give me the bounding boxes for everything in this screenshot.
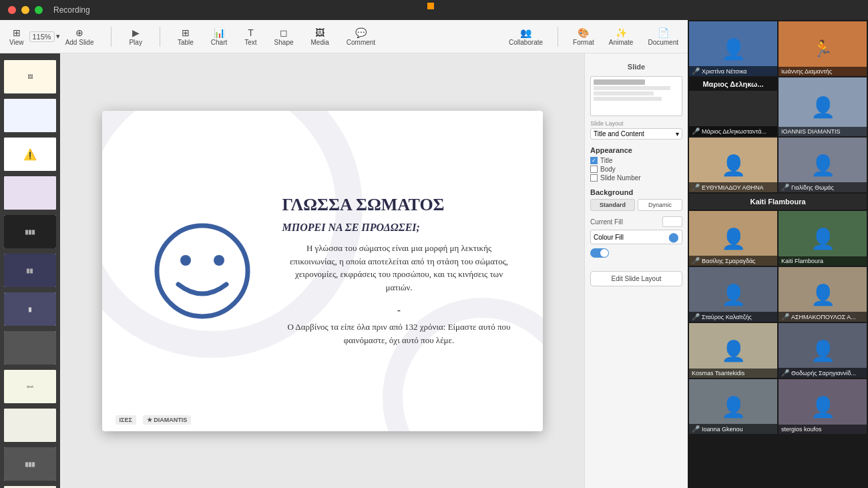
comment-button[interactable]: 💬 Comment: [344, 25, 378, 47]
shape-icon: ◻: [278, 27, 290, 39]
slides-panel: ⊞ View 115% ▾ ⊕ Add Slide ▶ Play ⊞: [0, 20, 688, 488]
colour-fill-dropdown[interactable]: Colour Fill ⬤: [590, 230, 682, 244]
participant-name-ioanna: 🎤 Ioanna Gkenou: [689, 424, 777, 434]
slide-thumb-9[interactable]: 9: [3, 97, 57, 134]
appearance-header: Appearance: [590, 146, 682, 154]
minimize-button[interactable]: [21, 6, 29, 14]
slide-thumb-17[interactable]: 17: [3, 407, 57, 443]
main-slide-area[interactable]: ΓΛΩΣΣΑ ΣΩΜΑΤΟΣ ΜΠΟΡΕΙ ΝΑ ΣΕ ΠΡΟΔΩΣΕΙ; Η …: [60, 53, 584, 488]
layout-label: Slide Layout: [590, 120, 682, 127]
slide-content: ΓΛΩΣΣΑ ΣΩΜΑΤΟΣ ΜΠΟΡΕΙ ΝΑ ΣΕ ΠΡΟΔΩΣΕΙ; Η …: [102, 111, 543, 431]
main-container: ⊞ View 115% ▾ ⊕ Add Slide ▶ Play ⊞: [0, 20, 868, 488]
zoom-control[interactable]: 115% ▾: [29, 31, 60, 42]
slide-body: Η γλώσσα του σώματος είναι μια μορφή μη …: [282, 242, 516, 294]
video-cell-marios: Μαριος Δεληκω... 🎤 Μάριος Δεληκωσταντά..…: [689, 77, 777, 136]
participant-name-kosmas: Kosmas Tsantekidis: [689, 369, 777, 378]
shape-button[interactable]: ◻ Shape: [272, 25, 296, 47]
text-button[interactable]: T Text: [242, 25, 259, 47]
video-cell-efthymiadou: 👤 🎤 ΕΥΘΥΜΙΑΔΟΥ ΑΘΗΝΑ: [689, 138, 777, 192]
play-button[interactable]: ▶ Play: [126, 25, 144, 47]
number-checkbox-row: Slide Number: [590, 174, 682, 182]
dropdown-indicator: ⬤: [668, 232, 679, 242]
video-grid: 👤 🎤 Χριστίνα Νέτσικα 🏃 Ιωάννης Διαμαντής…: [688, 20, 868, 435]
participant-name-gialidis: 🎤 Γιαλίδης Θωμάς: [779, 182, 867, 192]
media-button[interactable]: 🖼 Media: [308, 25, 332, 47]
toolbar: ⊞ View 115% ▾ ⊕ Add Slide ▶ Play ⊞: [0, 20, 688, 53]
animate-button[interactable]: ✨ Animate: [606, 25, 636, 47]
slide-thumb-8[interactable]: 8 🖼: [3, 59, 57, 95]
slide-thumb-13[interactable]: 13 ▉▉: [3, 252, 57, 288]
close-button[interactable]: [8, 6, 16, 14]
current-fill-row: Current Fill: [590, 216, 682, 227]
fill-toggle[interactable]: [590, 248, 609, 258]
participant-name-stavros: 🎤 Σταύρος Καλαϊτζής: [689, 312, 777, 322]
view-button[interactable]: ⊞ View: [7, 25, 27, 47]
appearance-section: Appearance ✓ Title Body Slide Number: [590, 146, 682, 182]
collaborate-button[interactable]: 👥 Collaborate: [506, 25, 546, 47]
edit-layout-button[interactable]: Edit Slide Layout: [590, 271, 682, 286]
view-icon: ⊞: [11, 27, 23, 39]
maximize-button[interactable]: [35, 6, 43, 14]
format-icon: 🎨: [578, 27, 590, 39]
video-cell-ioannis: 🏃 Ιωάννης Διαμαντής: [779, 21, 867, 76]
toolbar-right: 👥 Collaborate 🎨 Format ✨ Animate 📄 Docum…: [506, 25, 681, 47]
video-cell-ioanna: 👤 🎤 Ioanna Gkenou: [689, 379, 777, 434]
slide-thumb-12[interactable]: 12 ▉▉▉: [3, 214, 57, 250]
participant-name-ioannis: Ιωάννης Διαμαντής: [779, 67, 867, 76]
slide-thumb-14[interactable]: 14 ▉: [3, 291, 57, 327]
document-icon: 📄: [657, 27, 669, 39]
format-button[interactable]: 🎨 Format: [570, 25, 597, 47]
slide-text-area: ΓΛΩΣΣΑ ΣΩΜΑΤΟΣ ΜΠΟΡΕΙ ΝΑ ΣΕ ΠΡΟΔΩΣΕΙ; Η …: [276, 124, 516, 418]
title-checkbox-row: ✓ Title: [590, 157, 682, 164]
recording-indicator: [427, 3, 434, 9]
body-checkbox-row: Body: [590, 166, 682, 173]
standard-bg-button[interactable]: Standard: [590, 199, 635, 211]
kaiti-header: Kaiti Flamboura: [689, 194, 867, 210]
title-checkbox[interactable]: ✓: [590, 157, 598, 164]
slide-thumb-11[interactable]: 11: [3, 175, 57, 211]
svg-point-4: [180, 255, 191, 266]
highlighted-participant-name: Μαριος Δεληκω...: [689, 77, 777, 91]
toolbar-view-group: ⊞ View 115% ▾ ⊕ Add Slide: [7, 25, 96, 47]
body-checkbox[interactable]: [590, 166, 598, 173]
chart-button[interactable]: 📊 Chart: [208, 25, 230, 47]
slide-thumb-10[interactable]: 10 ⚠️: [3, 136, 57, 172]
chart-icon: 📊: [213, 27, 225, 39]
play-icon: ▶: [130, 27, 142, 39]
svg-point-3: [157, 226, 248, 316]
participant-name-kaiti: Kaiti Flamboura: [779, 256, 867, 266]
document-button[interactable]: 📄 Document: [645, 25, 681, 47]
add-slide-button[interactable]: ⊕ Add Slide: [63, 25, 97, 47]
video-cell-asimako: 👤 🎤 ΑΣΗΜΑΚΟΠΟΥΛΟΣ Α...: [779, 267, 867, 322]
video-cell-kaiti: 👤 Kaiti Flamboura: [779, 211, 867, 266]
dynamic-bg-button[interactable]: Dynamic: [638, 199, 682, 211]
text-icon: T: [244, 27, 256, 39]
video-cell-kosmas: 👤 Kosmas Tsantekidis: [689, 323, 777, 378]
comment-icon: 💬: [355, 27, 367, 39]
participant-name-ioannis2: IOANNIS DIAMANTIS: [779, 127, 867, 136]
format-section-title: Slide: [590, 60, 682, 76]
video-cell-stergios: 👤 stergios koufos: [779, 379, 867, 434]
slide-title: ΓΛΩΣΣΑ ΣΩΜΑΤΟΣ: [282, 195, 516, 215]
video-panel: 👤 🎤 Χριστίνα Νέτσικα 🏃 Ιωάννης Διαμαντής…: [688, 20, 868, 488]
participant-name-vasilis: 🎤 Βασίλης Σμαραγδάς: [689, 256, 777, 266]
slide-quote: Ο Δαρβίνος τα είπε όλα πριν από 132 χρόν…: [282, 320, 516, 346]
video-cell-ioannis2: 👤 IOANNIS DIAMANTIS: [779, 77, 867, 136]
window-title: Recording: [53, 5, 90, 15]
slide-thumb-19[interactable]: 19: [3, 485, 57, 488]
slide-thumb-18[interactable]: 18 ▉▉▉: [3, 446, 57, 482]
table-icon: ⊞: [180, 27, 192, 39]
thumbnail-sidebar: 8 🖼 9 10 ⚠️: [0, 53, 60, 488]
slide-thumb-15[interactable]: 15: [3, 330, 57, 366]
slide-dash: -: [282, 304, 516, 316]
slide-thumb-16[interactable]: 16 text: [3, 369, 57, 405]
table-button[interactable]: ⊞ Table: [175, 25, 196, 47]
content-area: 8 🖼 9 10 ⚠️: [0, 53, 688, 488]
slide-subtitle: ΜΠΟΡΕΙ ΝΑ ΣΕ ΠΡΟΔΩΣΕΙ;: [282, 222, 516, 234]
participant-name-asimako: 🎤 ΑΣΗΜΑΚΟΠΟΥΛΟΣ Α...: [779, 312, 867, 322]
svg-point-5: [214, 255, 224, 266]
layout-dropdown[interactable]: Title and Content ▾: [590, 128, 682, 140]
video-cell-vasilis: 👤 🎤 Βασίλης Σμαραγδάς: [689, 211, 777, 266]
video-cell-stavros: 👤 🎤 Σταύρος Καλαϊτζής: [689, 267, 777, 322]
number-checkbox[interactable]: [590, 174, 598, 182]
